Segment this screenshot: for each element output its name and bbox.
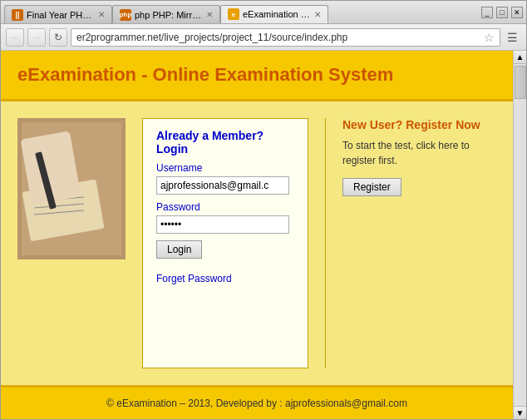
bookmark-icon[interactable]: ☆ <box>484 31 495 44</box>
site-title: eExamination - Online Examination System <box>17 64 393 85</box>
tab-close-2[interactable]: ✕ <box>206 10 213 19</box>
page-content: eExamination - Online Examination System <box>1 51 526 419</box>
site-header: eExamination - Online Examination System <box>1 51 513 101</box>
tab-close-3[interactable]: ✕ <box>314 10 321 19</box>
maximize-button[interactable]: □ <box>496 7 508 18</box>
password-input[interactable] <box>156 215 289 234</box>
site-footer: © eExamination – 2013, Developed by : aj… <box>1 385 513 419</box>
tab-label-1: Final Year PHP Project <box>27 10 95 20</box>
tab-eexamination[interactable]: e eExamination :: Home ✕ <box>220 5 328 23</box>
page-layout: eExamination - Online Examination System <box>1 51 526 419</box>
tabs-container: || Final Year PHP Project ✕ php php PHP:… <box>4 1 328 23</box>
scroll-down-button[interactable]: ▼ <box>514 406 526 419</box>
scrollbar[interactable]: ▲ ▼ <box>513 51 526 419</box>
password-label: Password <box>156 201 294 213</box>
main-area: Already a Member? Login Username Passwor… <box>1 101 513 385</box>
tab-close-1[interactable]: ✕ <box>98 10 105 19</box>
register-section: New User? Register Now To start the test… <box>325 118 496 368</box>
footer-text: © eExamination – 2013, Developed by : aj… <box>106 398 407 409</box>
tab-label-3: eExamination :: Home <box>243 9 311 19</box>
menu-button[interactable]: ☰ <box>504 31 521 44</box>
nav-bar: ← → ↻ er2programmer.net/live_projects/pr… <box>1 24 526 51</box>
register-title: New User? Register Now <box>342 118 496 131</box>
tab-icon-1: || <box>12 9 23 21</box>
window-controls: _ □ ✕ <box>481 7 523 18</box>
user-image <box>17 118 126 259</box>
scroll-thumb[interactable] <box>515 66 526 99</box>
username-input[interactable] <box>156 176 289 195</box>
refresh-button[interactable]: ↻ <box>49 28 67 47</box>
address-text: er2programmer.net/live_projects/project_… <box>76 32 480 43</box>
address-bar[interactable]: er2programmer.net/live_projects/project_… <box>71 28 500 47</box>
browser-window: || Final Year PHP Project ✕ php php PHP:… <box>0 0 527 420</box>
login-form-box: Already a Member? Login Username Passwor… <box>142 118 308 368</box>
register-text: To start the test, click here to registe… <box>342 138 496 168</box>
page-inner: eExamination - Online Examination System <box>1 51 513 419</box>
tab-label-2: php PHP: Mirroring The PH... <box>135 10 203 20</box>
title-bar: || Final Year PHP Project ✕ php php PHP:… <box>1 1 526 24</box>
close-button[interactable]: ✕ <box>511 7 523 18</box>
forward-button[interactable]: → <box>27 28 46 47</box>
scroll-up-button[interactable]: ▲ <box>514 51 526 64</box>
minimize-button[interactable]: _ <box>481 7 493 18</box>
login-button[interactable]: Login <box>156 240 202 259</box>
username-label: Username <box>156 162 294 174</box>
register-button[interactable]: Register <box>342 178 401 196</box>
tab-icon-3: e <box>228 8 239 20</box>
tab-icon-2: php <box>120 9 131 21</box>
tab-mirroring[interactable]: php php PHP: Mirroring The PH... ✕ <box>112 5 220 23</box>
tab-final-year[interactable]: || Final Year PHP Project ✕ <box>4 5 112 23</box>
login-title: Already a Member? Login <box>156 129 294 156</box>
back-button[interactable]: ← <box>6 28 24 47</box>
forget-password-link[interactable]: Forget Password <box>156 273 232 284</box>
